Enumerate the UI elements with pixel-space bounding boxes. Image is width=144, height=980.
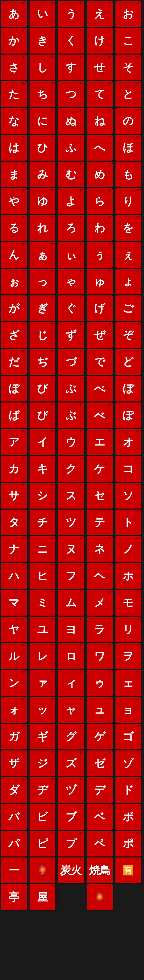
kana-card[interactable]: ぼ [116,376,141,401]
kana-card[interactable]: に [30,108,55,134]
kana-card[interactable]: ご [116,296,141,321]
kana-card[interactable]: ユ [30,617,55,642]
kana-card[interactable]: ェ [116,670,141,696]
kana-card[interactable]: わ [87,215,112,241]
kana-card[interactable]: ニ [30,536,55,562]
kana-card[interactable]: ギ [30,724,55,749]
kana-card[interactable]: ズ [58,751,84,776]
kana-card[interactable]: ム [58,590,84,616]
kana-card[interactable]: ぉ [1,269,27,294]
kana-card[interactable]: ど [116,349,141,375]
kana-card[interactable]: マ [1,590,27,616]
kana-card[interactable]: メ [87,590,112,616]
kana-card[interactable]: ぁ [30,242,55,268]
kana-card[interactable]: ォ [1,697,27,723]
kana-card[interactable]: と [116,81,141,107]
kana-card[interactable]: ぶ [58,402,84,428]
kana-card[interactable]: ぶ [58,376,84,401]
kana-card[interactable]: よ [58,188,84,214]
kana-card[interactable]: ぃ [58,242,84,268]
kana-card[interactable]: で [87,349,112,375]
kana-card[interactable]: ん [1,242,27,268]
kana-card[interactable]: そ [116,54,141,80]
kana-card[interactable]: ウ [58,429,84,455]
kana-card[interactable]: も [116,162,141,187]
kana-card[interactable]: つ [58,81,84,107]
kana-card[interactable]: み [30,162,55,187]
kana-card[interactable]: が [1,296,27,321]
kana-card[interactable]: ぞ [116,322,141,348]
kana-card[interactable]: ブ [58,804,84,830]
kana-card[interactable]: バ [1,804,27,830]
kana-card[interactable]: さ [1,54,27,80]
kana-card[interactable]: オ [116,429,141,455]
kana-card[interactable]: ク [58,456,84,482]
kana-card[interactable]: ガ [1,724,27,749]
kana-card[interactable]: ぅ [87,242,112,268]
kana-card[interactable]: じ [30,322,55,348]
kana-card[interactable]: ジ [30,751,55,776]
kana-card[interactable]: ノ [116,536,141,562]
kana-card[interactable]: を [116,215,141,241]
kana-card[interactable]: ア [1,429,27,455]
kana-card[interactable]: ヲ [116,643,141,669]
kana-card[interactable]: し [30,54,55,80]
kana-card[interactable]: な [1,108,27,134]
kana-card[interactable]: へ [87,135,112,161]
kana-card[interactable]: ぜ [87,322,112,348]
kana-card[interactable]: ぽ [116,402,141,428]
kana-card[interactable]: ヌ [58,536,84,562]
kana-card[interactable]: む [58,162,84,187]
kana-card[interactable]: ョ [116,697,141,723]
kana-card[interactable]: カ [1,456,27,482]
kana-card[interactable]: ハ [1,563,27,589]
kana-card[interactable]: ピ [30,831,55,856]
kana-card[interactable]: ぎ [30,296,55,321]
kana-card[interactable]: 🏮 [30,858,55,883]
kana-card[interactable]: ょ [116,269,141,294]
kana-card[interactable]: ポ [116,831,141,856]
kana-card[interactable]: パ [1,831,27,856]
kana-card[interactable]: ツ [58,509,84,535]
kana-card[interactable]: セ [87,483,112,509]
kana-card[interactable]: け [87,28,112,54]
kana-card[interactable]: ぢ [30,349,55,375]
kana-card[interactable]: 屋 [30,884,55,910]
kana-card[interactable]: ン [1,670,27,696]
kana-card[interactable]: く [58,28,84,54]
kana-card[interactable]: ベ [87,804,112,830]
kana-card[interactable]: ぇ [116,242,141,268]
kana-card[interactable]: ば [1,402,27,428]
kana-card[interactable]: り [116,188,141,214]
kana-card[interactable]: リ [116,617,141,642]
kana-card[interactable]: ね [87,108,112,134]
kana-card[interactable]: コ [116,456,141,482]
kana-card[interactable]: げ [87,296,112,321]
kana-card[interactable]: ゾ [116,751,141,776]
kana-card[interactable]: こ [116,28,141,54]
kana-card[interactable]: 亭 [1,884,27,910]
kana-card[interactable]: び [30,376,55,401]
kana-card[interactable]: づ [58,349,84,375]
kana-card[interactable]: ダ [1,777,27,803]
kana-card[interactable]: 炭火 [58,858,84,883]
kana-card[interactable]: ヒ [30,563,55,589]
kana-card[interactable]: は [1,135,27,161]
kana-card[interactable]: ぼ [1,376,27,401]
kana-card[interactable]: ち [30,81,55,107]
kana-card[interactable]: ホ [116,563,141,589]
kana-card[interactable]: 🈶 [116,858,141,883]
kana-card[interactable]: ィ [58,670,84,696]
kana-card[interactable]: ヘ [87,563,112,589]
kana-card[interactable]: ケ [87,456,112,482]
kana-card[interactable]: ぬ [58,108,84,134]
kana-card[interactable]: せ [87,54,112,80]
kana-card[interactable]: ッ [30,697,55,723]
kana-card[interactable]: す [58,54,84,80]
kana-card[interactable]: ざ [1,322,27,348]
kana-card[interactable]: レ [30,643,55,669]
kana-card[interactable]: グ [58,724,84,749]
kana-card[interactable]: ワ [87,643,112,669]
kana-card[interactable]: ほ [116,135,141,161]
kana-card[interactable]: チ [30,509,55,535]
